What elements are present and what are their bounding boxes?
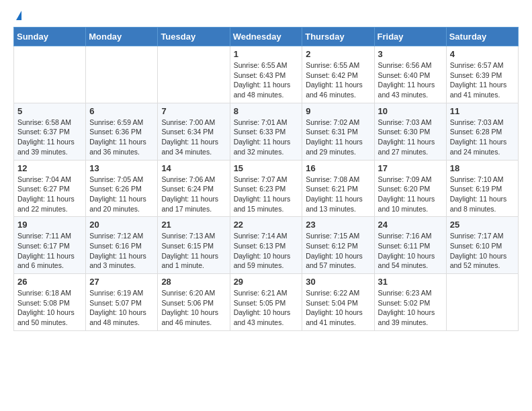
day-number: 22 xyxy=(234,220,299,230)
day-header-sunday: Sunday xyxy=(14,28,86,46)
cell-content: Sunrise: 6:56 AM Sunset: 6:40 PM Dayligh… xyxy=(378,60,443,100)
cell-content: Sunrise: 6:55 AM Sunset: 6:43 PM Dayligh… xyxy=(234,60,299,100)
cell-content: Sunrise: 7:01 AM Sunset: 6:33 PM Dayligh… xyxy=(234,118,299,157)
logo-triangle-icon xyxy=(16,11,21,20)
cell-content: Sunrise: 7:00 AM Sunset: 6:34 PM Dayligh… xyxy=(161,118,226,157)
cell-content: Sunrise: 7:03 AM Sunset: 6:30 PM Dayligh… xyxy=(378,118,443,157)
calendar-cell xyxy=(446,274,518,331)
calendar-cell: 25Sunrise: 7:17 AM Sunset: 6:10 PM Dayli… xyxy=(446,217,518,274)
cell-content: Sunrise: 6:55 AM Sunset: 6:42 PM Dayligh… xyxy=(306,60,370,100)
calendar-cell: 29Sunrise: 6:21 AM Sunset: 5:05 PM Dayli… xyxy=(230,274,302,331)
cell-content: Sunrise: 7:16 AM Sunset: 6:11 PM Dayligh… xyxy=(378,231,443,271)
day-number: 29 xyxy=(234,277,299,287)
cell-content: Sunrise: 6:59 AM Sunset: 6:36 PM Dayligh… xyxy=(89,118,154,157)
calendar-cell: 6Sunrise: 6:59 AM Sunset: 6:36 PM Daylig… xyxy=(86,103,158,160)
calendar-cell: 24Sunrise: 7:16 AM Sunset: 6:11 PM Dayli… xyxy=(374,217,446,274)
day-number: 25 xyxy=(450,220,515,230)
calendar-cell: 13Sunrise: 7:05 AM Sunset: 6:26 PM Dayli… xyxy=(86,160,158,217)
day-number: 21 xyxy=(161,220,226,230)
cell-content: Sunrise: 6:21 AM Sunset: 5:05 PM Dayligh… xyxy=(234,288,299,328)
calendar-cell: 17Sunrise: 7:09 AM Sunset: 6:20 PM Dayli… xyxy=(374,160,446,217)
calendar-cell: 11Sunrise: 7:03 AM Sunset: 6:28 PM Dayli… xyxy=(446,103,518,160)
day-number: 7 xyxy=(161,106,226,116)
calendar-week-3: 12Sunrise: 7:04 AM Sunset: 6:27 PM Dayli… xyxy=(14,160,519,217)
calendar-cell: 16Sunrise: 7:08 AM Sunset: 6:21 PM Dayli… xyxy=(302,160,374,217)
calendar-cell: 4Sunrise: 6:57 AM Sunset: 6:39 PM Daylig… xyxy=(446,46,518,103)
calendar-cell: 14Sunrise: 7:06 AM Sunset: 6:24 PM Dayli… xyxy=(158,160,230,217)
calendar-header-row: SundayMondayTuesdayWednesdayThursdayFrid… xyxy=(14,28,519,46)
cell-content: Sunrise: 7:06 AM Sunset: 6:24 PM Dayligh… xyxy=(161,175,226,214)
day-number: 26 xyxy=(17,277,82,287)
calendar-cell: 2Sunrise: 6:55 AM Sunset: 6:42 PM Daylig… xyxy=(302,46,374,103)
day-number: 14 xyxy=(161,163,226,173)
day-number: 31 xyxy=(378,277,443,287)
day-header-saturday: Saturday xyxy=(446,28,518,46)
calendar-cell: 27Sunrise: 6:19 AM Sunset: 5:07 PM Dayli… xyxy=(86,274,158,331)
calendar-week-1: 1Sunrise: 6:55 AM Sunset: 6:43 PM Daylig… xyxy=(14,46,519,103)
day-number: 13 xyxy=(89,163,154,173)
day-number: 1 xyxy=(234,49,299,59)
calendar-cell: 28Sunrise: 6:20 AM Sunset: 5:06 PM Dayli… xyxy=(158,274,230,331)
day-number: 2 xyxy=(306,49,370,59)
logo xyxy=(13,13,21,20)
calendar-week-2: 5Sunrise: 6:58 AM Sunset: 6:37 PM Daylig… xyxy=(14,103,519,160)
calendar-cell: 23Sunrise: 7:15 AM Sunset: 6:12 PM Dayli… xyxy=(302,217,374,274)
cell-content: Sunrise: 7:11 AM Sunset: 6:17 PM Dayligh… xyxy=(17,231,82,271)
calendar-cell: 8Sunrise: 7:01 AM Sunset: 6:33 PM Daylig… xyxy=(230,103,302,160)
calendar-cell: 5Sunrise: 6:58 AM Sunset: 6:37 PM Daylig… xyxy=(14,103,86,160)
day-number: 3 xyxy=(378,49,443,59)
cell-content: Sunrise: 7:10 AM Sunset: 6:19 PM Dayligh… xyxy=(450,175,515,214)
day-number: 18 xyxy=(450,163,515,173)
day-number: 6 xyxy=(89,106,154,116)
day-number: 9 xyxy=(306,106,370,116)
cell-content: Sunrise: 6:23 AM Sunset: 5:02 PM Dayligh… xyxy=(378,288,443,328)
day-number: 12 xyxy=(17,163,82,173)
day-header-tuesday: Tuesday xyxy=(158,28,230,46)
calendar-cell: 9Sunrise: 7:02 AM Sunset: 6:31 PM Daylig… xyxy=(302,103,374,160)
day-number: 4 xyxy=(450,49,515,59)
cell-content: Sunrise: 7:08 AM Sunset: 6:21 PM Dayligh… xyxy=(306,175,370,214)
day-number: 17 xyxy=(378,163,443,173)
page-header xyxy=(13,13,519,20)
calendar-cell xyxy=(14,46,86,103)
day-header-wednesday: Wednesday xyxy=(230,28,302,46)
cell-content: Sunrise: 6:20 AM Sunset: 5:06 PM Dayligh… xyxy=(161,288,226,328)
cell-content: Sunrise: 7:17 AM Sunset: 6:10 PM Dayligh… xyxy=(450,231,515,271)
calendar-cell xyxy=(86,46,158,103)
calendar-cell: 7Sunrise: 7:00 AM Sunset: 6:34 PM Daylig… xyxy=(158,103,230,160)
cell-content: Sunrise: 7:13 AM Sunset: 6:15 PM Dayligh… xyxy=(161,231,226,271)
day-number: 30 xyxy=(306,277,370,287)
calendar-cell: 22Sunrise: 7:14 AM Sunset: 6:13 PM Dayli… xyxy=(230,217,302,274)
cell-content: Sunrise: 7:03 AM Sunset: 6:28 PM Dayligh… xyxy=(450,118,515,157)
calendar-cell: 10Sunrise: 7:03 AM Sunset: 6:30 PM Dayli… xyxy=(374,103,446,160)
calendar-cell: 3Sunrise: 6:56 AM Sunset: 6:40 PM Daylig… xyxy=(374,46,446,103)
calendar-cell: 21Sunrise: 7:13 AM Sunset: 6:15 PM Dayli… xyxy=(158,217,230,274)
day-header-friday: Friday xyxy=(374,28,446,46)
day-header-thursday: Thursday xyxy=(302,28,374,46)
cell-content: Sunrise: 6:19 AM Sunset: 5:07 PM Dayligh… xyxy=(89,288,154,328)
day-number: 20 xyxy=(89,220,154,230)
calendar-cell: 26Sunrise: 6:18 AM Sunset: 5:08 PM Dayli… xyxy=(14,274,86,331)
calendar-cell: 12Sunrise: 7:04 AM Sunset: 6:27 PM Dayli… xyxy=(14,160,86,217)
calendar-week-5: 26Sunrise: 6:18 AM Sunset: 5:08 PM Dayli… xyxy=(14,274,519,331)
cell-content: Sunrise: 6:58 AM Sunset: 6:37 PM Dayligh… xyxy=(17,118,82,157)
calendar-cell: 31Sunrise: 6:23 AM Sunset: 5:02 PM Dayli… xyxy=(374,274,446,331)
calendar-cell: 19Sunrise: 7:11 AM Sunset: 6:17 PM Dayli… xyxy=(14,217,86,274)
calendar-week-4: 19Sunrise: 7:11 AM Sunset: 6:17 PM Dayli… xyxy=(14,217,519,274)
cell-content: Sunrise: 7:05 AM Sunset: 6:26 PM Dayligh… xyxy=(89,175,154,214)
day-number: 16 xyxy=(306,163,370,173)
cell-content: Sunrise: 6:57 AM Sunset: 6:39 PM Dayligh… xyxy=(450,60,515,100)
calendar-cell: 15Sunrise: 7:07 AM Sunset: 6:23 PM Dayli… xyxy=(230,160,302,217)
day-number: 10 xyxy=(378,106,443,116)
day-header-monday: Monday xyxy=(86,28,158,46)
cell-content: Sunrise: 6:18 AM Sunset: 5:08 PM Dayligh… xyxy=(17,288,82,328)
day-number: 24 xyxy=(378,220,443,230)
calendar-cell xyxy=(158,46,230,103)
calendar-cell: 1Sunrise: 6:55 AM Sunset: 6:43 PM Daylig… xyxy=(230,46,302,103)
cell-content: Sunrise: 7:02 AM Sunset: 6:31 PM Dayligh… xyxy=(306,118,370,157)
day-number: 23 xyxy=(306,220,370,230)
day-number: 27 xyxy=(89,277,154,287)
cell-content: Sunrise: 7:04 AM Sunset: 6:27 PM Dayligh… xyxy=(17,175,82,214)
day-number: 5 xyxy=(17,106,82,116)
cell-content: Sunrise: 6:22 AM Sunset: 5:04 PM Dayligh… xyxy=(306,288,370,328)
